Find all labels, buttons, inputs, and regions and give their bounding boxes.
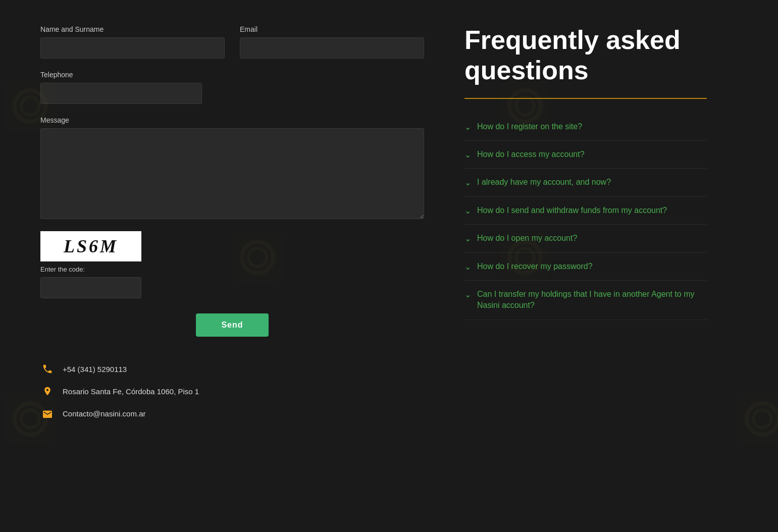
faq-list: ⌄ How do I register on the site? ⌄ How d… <box>464 113 707 320</box>
message-label: Message <box>40 116 424 124</box>
message-input[interactable] <box>40 128 424 219</box>
chevron-down-icon-5: ⌄ <box>464 234 471 243</box>
telephone-group: Telephone <box>40 71 202 104</box>
send-button-container: Send <box>40 313 424 337</box>
name-group: Name and Surname <box>40 25 225 59</box>
phone-icon <box>40 362 55 376</box>
chevron-down-icon-2: ⌄ <box>464 150 471 159</box>
faq-question-4: How do I send and withdraw funds from my… <box>477 205 667 216</box>
footer-info: +54 (341) 5290113 Rosario Santa Fe, Córd… <box>40 362 424 420</box>
message-group: Message <box>40 116 424 219</box>
faq-question-2: How do I access my account? <box>477 149 585 160</box>
captcha-image: LS6M <box>40 231 141 261</box>
name-input[interactable] <box>40 37 225 59</box>
name-email-row: Name and Surname Email <box>40 25 424 59</box>
send-button[interactable]: Send <box>196 313 268 337</box>
chevron-down-icon-1: ⌄ <box>464 122 471 132</box>
faq-item-2[interactable]: ⌄ How do I access my account? <box>464 141 707 169</box>
faq-item-7[interactable]: ⌄ Can I transfer my holdings that I have… <box>464 281 707 320</box>
address-text: Rosario Santa Fe, Córdoba 1060, Piso 1 <box>63 387 199 396</box>
name-label: Name and Surname <box>40 25 225 33</box>
email-label: Email <box>240 25 424 33</box>
telephone-input[interactable] <box>40 83 202 104</box>
chevron-down-icon-6: ⌄ <box>464 262 471 272</box>
email-input[interactable] <box>240 37 424 59</box>
chevron-down-icon-3: ⌄ <box>464 178 471 187</box>
faq-item-4[interactable]: ⌄ How do I send and withdraw funds from … <box>464 197 707 225</box>
telephone-row: Telephone <box>40 71 424 104</box>
captcha-text: LS6M <box>64 236 118 257</box>
faq-question-3: I already have my account, and now? <box>477 177 611 188</box>
telephone-label: Telephone <box>40 71 202 79</box>
phone-item: +54 (341) 5290113 <box>40 362 424 376</box>
chevron-down-icon-4: ⌄ <box>464 206 471 216</box>
email-item: Contacto@nasini.com.ar <box>40 406 424 420</box>
email-group: Email <box>240 25 424 59</box>
faq-title: Frequently asked questions <box>464 25 707 86</box>
phone-text: +54 (341) 5290113 <box>63 365 127 374</box>
captcha-input[interactable] <box>40 277 141 298</box>
faq-item-3[interactable]: ⌄ I already have my account, and now? <box>464 169 707 196</box>
faq-question-7: Can I transfer my holdings that I have i… <box>477 289 707 311</box>
address-item: Rosario Santa Fe, Córdoba 1060, Piso 1 <box>40 384 424 398</box>
email-address-text: Contacto@nasini.com.ar <box>63 409 145 418</box>
chevron-down-icon-7: ⌄ <box>464 290 471 299</box>
